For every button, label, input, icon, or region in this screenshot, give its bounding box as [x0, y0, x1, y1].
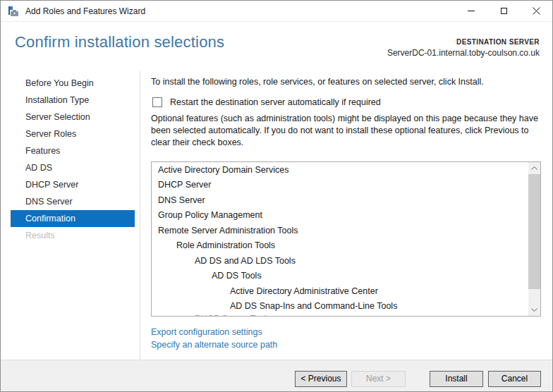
chevron-up-icon: [531, 166, 537, 170]
list-item-remote-server-administration-tools[interactable]: Remote Server Administration Tools: [152, 223, 528, 238]
selection-listbox: Active Directory Domain ServicesDHCP Ser…: [151, 161, 541, 317]
sidebar-item-features[interactable]: Features: [11, 142, 135, 159]
restart-checkbox[interactable]: [152, 97, 162, 107]
restart-option-row: Restart the destination server automatic…: [152, 97, 381, 107]
sidebar-item-confirmation[interactable]: Confirmation: [11, 210, 135, 227]
sidebar-item-dns-server[interactable]: DNS Server: [11, 193, 135, 210]
sidebar-item-server-roles[interactable]: Server Roles: [11, 125, 135, 142]
restart-checkbox-label: Restart the destination server automatic…: [170, 97, 381, 107]
close-icon: [533, 7, 540, 15]
minimize-icon: [468, 11, 475, 11]
list-item-dhcp-server[interactable]: DHCP Server: [152, 178, 528, 193]
sidebar-item-before-you-begin[interactable]: Before You Begin: [11, 75, 135, 92]
list-item-ad-ds-and-ad-lds-tools[interactable]: AD DS and AD LDS Tools: [152, 253, 528, 269]
list-item-role-administration-tools[interactable]: Role Administration Tools: [152, 238, 528, 254]
scroll-up-button[interactable]: [528, 162, 540, 174]
list-item-active-directory-domain-services[interactable]: Active Directory Domain Services: [152, 162, 528, 178]
chevron-down-icon: [531, 308, 537, 312]
maximize-button[interactable]: [487, 1, 520, 21]
window-title: Add Roles and Features Wizard: [25, 6, 145, 16]
footer-button-cancel[interactable]: Cancel: [488, 371, 541, 387]
selection-list: Active Directory Domain ServicesDHCP Ser…: [152, 162, 528, 316]
intro-text: To install the following roles, role ser…: [151, 77, 543, 87]
list-item-ad-ds-snap-ins-and-command-line-tools[interactable]: AD DS Snap-Ins and Command-Line Tools: [152, 299, 528, 314]
page-title: Confirm installation selections: [15, 33, 224, 51]
footer-button-bar: < PreviousNext >InstallCancel: [1, 360, 552, 391]
footer-button-previous[interactable]: < Previous: [295, 371, 347, 387]
list-item-dhcp-server-tools[interactable]: DHCP Server Tools: [152, 314, 528, 316]
scrollbar-thumb[interactable]: [528, 174, 540, 289]
export-configuration-link[interactable]: Export configuration settings: [151, 327, 262, 337]
list-item-ad-ds-tools[interactable]: AD DS Tools: [152, 269, 528, 284]
list-item-dns-server[interactable]: DNS Server: [152, 192, 528, 208]
list-scrollbar[interactable]: [528, 162, 540, 316]
destination-server-block: DESTINATION SERVER ServerDC-01.internal.…: [387, 38, 540, 58]
destination-server-name: ServerDC-01.internal.toby-coulson.co.uk: [387, 48, 540, 58]
wizard-window: Add Roles and Features Wizard Confirm in…: [0, 0, 553, 392]
alternate-source-path-link[interactable]: Specify an alternate source path: [151, 340, 277, 350]
minimize-button[interactable]: [455, 1, 487, 21]
titlebar: Add Roles and Features Wizard: [1, 1, 552, 22]
destination-server-label: DESTINATION SERVER: [387, 38, 540, 46]
nav-content-divider: [140, 71, 140, 360]
list-item-group-policy-management[interactable]: Group Policy Management: [152, 208, 528, 223]
sidebar-item-results[interactable]: Results: [11, 227, 135, 244]
wizard-nav: Before You BeginInstallation TypeServer …: [11, 75, 135, 244]
footer-button-next[interactable]: Next >: [351, 371, 406, 387]
maximize-icon: [501, 8, 507, 14]
close-button[interactable]: [520, 1, 552, 21]
sidebar-item-installation-type[interactable]: Installation Type: [11, 92, 135, 109]
wizard-toolbox-icon: [8, 6, 19, 17]
footer-button-install[interactable]: Install: [430, 371, 483, 387]
list-item-active-directory-administrative-center[interactable]: Active Directory Administrative Center: [152, 283, 528, 299]
sidebar-item-dhcp-server[interactable]: DHCP Server: [11, 176, 135, 193]
sidebar-item-server-selection[interactable]: Server Selection: [11, 109, 135, 125]
scroll-down-button[interactable]: [528, 304, 540, 316]
optional-features-note: Optional features (such as administratio…: [151, 113, 543, 149]
sidebar-item-ad-ds[interactable]: AD DS: [11, 159, 135, 176]
